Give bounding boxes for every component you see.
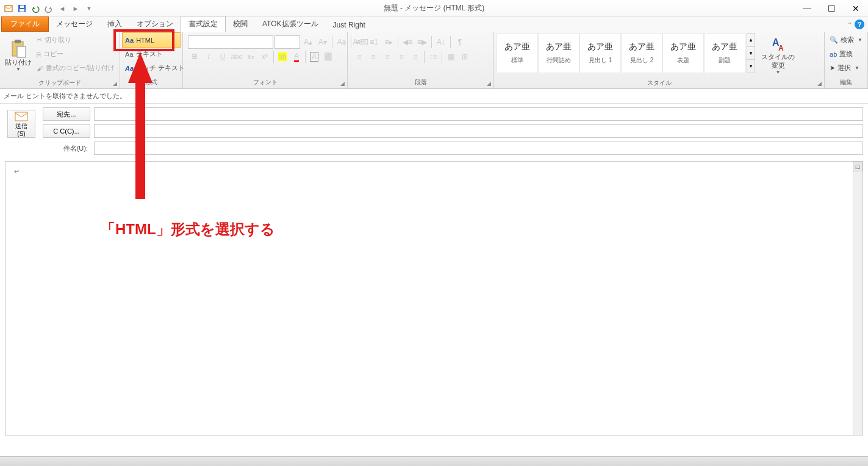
tab-message[interactable]: メッセージ — [49, 16, 100, 32]
clipboard-dialog-launcher[interactable]: ◢ — [111, 80, 118, 87]
line-spacing-icon: ↕≡ — [426, 50, 440, 63]
italic-icon: I — [202, 50, 215, 63]
style-item[interactable]: あア亜標準 — [497, 33, 538, 73]
numbering-icon: ≡1 — [367, 35, 381, 49]
change-styles-button[interactable]: AA スタイルの 変更 ▼ — [759, 33, 797, 78]
redo-icon[interactable] — [43, 2, 55, 15]
cc-button[interactable]: C C(C)... — [43, 124, 90, 138]
svg-rect-5 — [15, 40, 21, 43]
message-body-area[interactable]: ↵ ⬚ — [5, 161, 863, 436]
sort-icon: A↓ — [434, 35, 448, 49]
font-color-icon: A — [290, 50, 303, 63]
font-name-input[interactable] — [188, 35, 273, 49]
title-bar: ◄ ► ▼ 無題 - メッセージ (HTML 形式) — ☐ ✕ — [0, 0, 868, 17]
cc-input[interactable] — [94, 124, 863, 138]
format-html-button[interactable]: AaHTML — [123, 33, 180, 47]
grow-font-icon: A▴ — [301, 35, 315, 49]
send-button[interactable]: 送信 (S) — [7, 110, 35, 138]
font-size-input[interactable] — [274, 35, 300, 49]
style-item[interactable]: あア亜見出し 1 — [579, 33, 621, 73]
svg-rect-6 — [17, 46, 26, 57]
status-bar — [0, 456, 868, 466]
style-item[interactable]: あア亜行間詰め — [538, 33, 579, 73]
find-button[interactable]: 🔍検索▼ — [827, 33, 865, 47]
to-button[interactable]: 宛先... — [43, 107, 90, 121]
svg-text:A: A — [778, 44, 784, 52]
to-input[interactable] — [94, 107, 863, 121]
undo-icon[interactable] — [29, 2, 41, 15]
gallery-down-icon[interactable]: ▼ — [747, 46, 755, 60]
save-icon[interactable] — [16, 2, 28, 15]
minimize-ribbon-icon[interactable]: ⌃ — [847, 21, 852, 28]
compose-header: 送信 (S) 宛先... C C(C)... 件名(U): — [0, 104, 868, 159]
tab-format[interactable]: 書式設定 — [181, 16, 226, 32]
svg-rect-3 — [20, 5, 24, 8]
envelope-icon — [14, 111, 29, 122]
subscript-icon: x₂ — [244, 50, 257, 63]
format-text-button[interactable]: Aaテキスト — [123, 47, 180, 61]
zoom-icon[interactable]: ⬚ — [853, 162, 863, 171]
group-clipboard: 貼り付け ▼ ✂切り取り ⎘コピー 🖌書式のコピー/貼り付け クリップボード ◢ — [0, 32, 120, 88]
shrink-font-icon: A▾ — [316, 35, 329, 49]
shading-icon: ▦ — [444, 50, 457, 63]
change-styles-icon: AA — [770, 36, 787, 53]
bullets-icon: ≡• — [353, 35, 366, 49]
paragraph-dialog-launcher[interactable]: ◢ — [485, 80, 492, 87]
char-shading-icon: A — [321, 50, 335, 63]
tab-file[interactable]: ファイル — [1, 16, 49, 32]
help-icon[interactable]: ? — [855, 20, 864, 29]
highlight-icon: ab — [276, 50, 289, 63]
group-font: A▴ A▾ Aa A⌫ B I U abc x₂ x² ab A A A — [183, 32, 348, 88]
next-icon[interactable]: ► — [70, 2, 82, 15]
align-right-icon: ≡ — [381, 50, 394, 63]
change-case-icon: Aa — [335, 35, 348, 49]
char-border-icon: A — [307, 50, 321, 63]
previous-icon[interactable]: ◄ — [56, 2, 68, 15]
subject-label: 件名(U): — [43, 144, 90, 153]
copy-icon: ⎘ — [37, 51, 41, 58]
style-item[interactable]: あア亜見出し 2 — [621, 33, 662, 73]
bold-icon: B — [188, 50, 201, 63]
subject-input[interactable] — [94, 142, 863, 155]
tab-insert[interactable]: 挿入 — [100, 16, 129, 32]
style-gallery[interactable]: あア亜標準あア亜行間詰めあア亜見出し 1あア亜見出し 2あア亜表題あア亜副題 — [497, 33, 745, 73]
tab-options[interactable]: オプション — [129, 16, 181, 32]
gallery-up-icon[interactable]: ▲ — [747, 34, 755, 46]
paste-button[interactable]: 貼り付け ▼ — [2, 33, 34, 78]
qat-customize-icon[interactable]: ▼ — [83, 2, 95, 15]
replace-icon: ab — [830, 51, 837, 58]
cut-button: ✂切り取り — [34, 33, 117, 47]
window-title: 無題 - メッセージ (HTML 形式) — [384, 3, 485, 13]
replace-button[interactable]: ab置換 — [827, 47, 865, 61]
style-item[interactable]: あア亜表題 — [662, 33, 704, 73]
indent-icon: ≡▶ — [415, 35, 429, 49]
justify-icon: ≡ — [395, 50, 408, 63]
styles-dialog-launcher[interactable]: ◢ — [816, 80, 823, 87]
style-item[interactable]: あア亜副題 — [704, 33, 745, 73]
format-rich-button[interactable]: Aaリッチ テキスト — [123, 61, 180, 75]
select-button[interactable]: ➤選択▼ — [827, 61, 865, 75]
tab-review[interactable]: 校閲 — [226, 16, 255, 32]
minimize-button[interactable]: — — [795, 0, 819, 17]
outlook-icon[interactable] — [2, 2, 15, 15]
maximize-button[interactable]: ☐ — [819, 0, 844, 17]
gallery-more-icon[interactable]: ▾ — [747, 59, 755, 73]
align-center-icon: ≡ — [367, 50, 380, 63]
copy-button: ⎘コピー — [34, 47, 117, 61]
ribbon: 貼り付け ▼ ✂切り取り ⎘コピー 🖌書式のコピー/貼り付け クリップボード ◢… — [0, 32, 868, 89]
strikethrough-icon: abc — [230, 50, 243, 63]
clipboard-icon — [10, 39, 27, 59]
vertical-scrollbar[interactable]: ⬚ — [853, 162, 863, 435]
search-icon: 🔍 — [830, 36, 838, 44]
close-button[interactable]: ✕ — [844, 0, 868, 17]
multilevel-icon: ≡▸ — [382, 35, 395, 49]
superscript-icon: x² — [258, 50, 271, 63]
svg-rect-0 — [5, 5, 12, 12]
svg-rect-9 — [15, 112, 27, 121]
tab-atok[interactable]: ATOK拡張ツール — [255, 16, 326, 32]
distribute-icon: ≡ — [409, 50, 422, 63]
tab-justright[interactable]: Just Right — [326, 18, 373, 32]
font-dialog-launcher[interactable]: ◢ — [339, 80, 346, 87]
borders-icon: ⊞ — [458, 50, 472, 63]
group-styles: あア亜標準あア亜行間詰めあア亜見出し 1あア亜見出し 2あア亜表題あア亜副題 ▲… — [494, 32, 825, 88]
